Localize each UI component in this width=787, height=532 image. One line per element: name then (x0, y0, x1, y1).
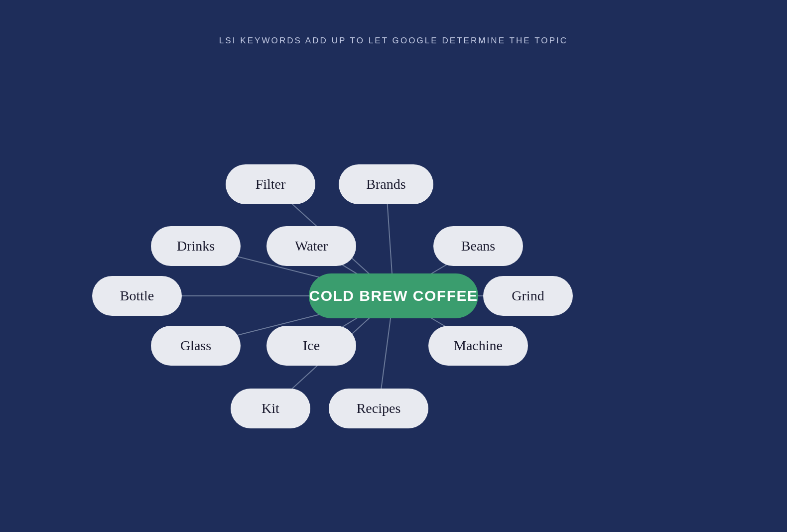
node-drinks: Drinks (151, 226, 241, 266)
node-brands: Brands (339, 164, 433, 204)
node-machine: Machine (428, 326, 528, 366)
center-node: COLD BREW COFFEE (309, 273, 478, 318)
page-title: LSI KEYWORDS ADD UP TO LET GOOGLE DETERM… (0, 0, 787, 46)
node-recipes: Recipes (329, 389, 428, 428)
node-bottle: Bottle (92, 276, 182, 316)
diagram-container: COLD BREW COFFEEFilterBrandsDrinksWaterB… (0, 70, 787, 532)
node-ice: Ice (266, 326, 356, 366)
node-water: Water (266, 226, 356, 266)
node-filter: Filter (226, 164, 315, 204)
node-glass: Glass (151, 326, 241, 366)
node-beans: Beans (433, 226, 523, 266)
node-grind: Grind (483, 276, 573, 316)
node-kit: Kit (231, 389, 310, 428)
